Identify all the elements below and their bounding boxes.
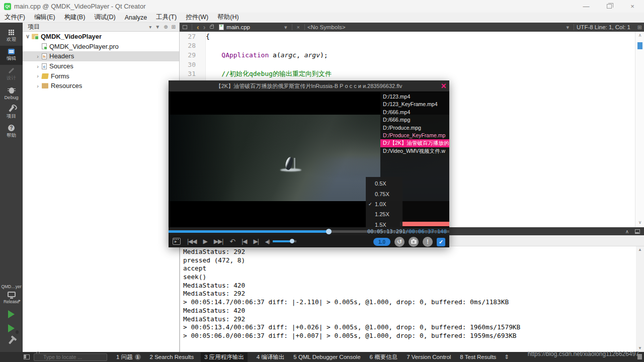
close-document-icon[interactable]: × — [297, 24, 300, 30]
volume-slider[interactable] — [273, 240, 296, 242]
output-scrollbar[interactable]: ▲ ▼ — [636, 246, 644, 352]
tree-item-forms[interactable]: › Forms — [23, 71, 179, 81]
nav-forward-icon[interactable]: › — [203, 23, 206, 31]
speed-option[interactable]: 0.75X — [366, 189, 403, 199]
mode-debug[interactable]: Debug — [0, 84, 23, 103]
previous-button[interactable]: |◀◀ — [187, 238, 197, 245]
step-back-button[interactable]: |◀ — [242, 238, 247, 245]
lock-icon[interactable] — [210, 26, 214, 29]
tab-search-results[interactable]: 2 Search Results — [150, 354, 194, 360]
step-forward-button[interactable]: ▶| — [253, 238, 258, 245]
playlist-item[interactable]: D:/Produce.mpg — [380, 124, 449, 132]
mode-edit[interactable]: 编辑 — [0, 46, 23, 65]
speed-option[interactable]: 0.5X — [366, 178, 403, 189]
tree-item-pro-file[interactable]: QMDK_VideoPlayer.pro — [23, 42, 179, 52]
tree-item-resources[interactable]: › Resources — [23, 81, 179, 91]
speed-option-selected[interactable]: ✓1.0X — [366, 199, 403, 209]
menu-debug[interactable]: 调试(D) — [90, 13, 120, 23]
menu-file[interactable]: 文件(F) — [0, 13, 30, 23]
tab-application-output[interactable]: 3 应用程序输出 — [201, 352, 248, 362]
playlist-item-selected[interactable]: D:/【2K】油管破百万播放的 — [380, 139, 449, 147]
dock-icon[interactable] — [183, 25, 187, 29]
filter-icon[interactable]: ▼ — [155, 24, 160, 30]
kit-selector[interactable]: QMD…yer ▸ Release — [0, 284, 23, 344]
player-titlebar[interactable]: 【2K】油管破百万播放的俄罗斯宣传片InRussia-В Р о с с и и… — [169, 80, 449, 92]
chevron-right-icon[interactable]: › — [35, 63, 41, 69]
tab-version-control[interactable]: 7 Version Control — [407, 354, 451, 360]
tree-item-project-root[interactable]: ∨ QMDK_VideoPlayer — [23, 32, 179, 42]
run-button[interactable] — [8, 310, 15, 318]
maximize-pane-icon[interactable] — [635, 229, 640, 234]
toggle-sidebar-icon[interactable] — [24, 354, 30, 359]
build-hammer-button[interactable] — [8, 337, 14, 344]
speed-option[interactable]: 1.25X — [366, 209, 403, 219]
nav-back-icon[interactable]: ‹ — [197, 23, 199, 31]
clip-list-button[interactable] — [173, 238, 181, 245]
tab-compile-output[interactable]: 4 编译输出 — [257, 353, 285, 361]
player-close-icon[interactable]: × — [441, 80, 446, 92]
rotate-button[interactable]: ↺ — [394, 237, 405, 247]
menu-help[interactable]: 帮助(H) — [213, 13, 243, 23]
chevron-right-icon[interactable]: › — [35, 53, 41, 59]
replay-button[interactable]: ↶ — [229, 237, 235, 245]
panel-dropdown-icon[interactable]: ▾ — [149, 24, 151, 30]
volume-icon[interactable]: ◀) — [265, 239, 270, 244]
speed-option[interactable]: 1.5X — [366, 220, 403, 227]
playlist-item[interactable]: D:/666.mp4 — [380, 109, 449, 116]
enabled-checkbox[interactable]: ✓ — [437, 238, 445, 246]
debug-run-button[interactable] — [8, 324, 15, 332]
menu-edit[interactable]: 编辑(E) — [30, 13, 60, 23]
snapshot-button[interactable] — [409, 237, 419, 247]
encoding-dropdown-icon[interactable]: ▾ — [567, 24, 570, 31]
next-button[interactable]: ▶▶| — [214, 238, 223, 245]
tab-issues[interactable]: 1 问题1 — [116, 353, 141, 361]
scroll-down-icon[interactable]: ▼ — [636, 346, 644, 350]
seek-handle[interactable] — [326, 229, 332, 234]
menu-build[interactable]: 构建(B) — [60, 13, 90, 23]
speed-badge-button[interactable]: 1.0 — [373, 238, 390, 246]
info-button[interactable]: ! — [423, 237, 433, 247]
chevron-down-icon[interactable]: ∨ — [25, 33, 31, 40]
editor-scrollbar[interactable]: ∧ ∨ — [635, 32, 644, 227]
scroll-up-icon[interactable]: ∧ — [635, 33, 644, 38]
split-editor-icon[interactable]: ⊞ — [637, 24, 642, 31]
menu-analyze[interactable]: Analyze — [120, 13, 151, 23]
sync-icon[interactable]: ⊕ — [164, 24, 168, 30]
playlist-item[interactable]: D:/123.mp4 — [380, 93, 449, 101]
video-area[interactable]: D:/123.mp4 D:/123_KeyFrame.mp4 D:/666.mp… — [169, 92, 449, 227]
mode-projects[interactable]: 项目 — [0, 103, 23, 122]
tree-item-sources[interactable]: › c Sources — [23, 61, 179, 71]
split-panel-icon[interactable]: ⊞ — [172, 24, 176, 30]
maximize-button[interactable] — [598, 0, 621, 13]
menu-window[interactable]: 控件(W) — [181, 13, 213, 23]
tab-qml-debugger[interactable]: 5 QML Debugger Console — [293, 354, 360, 360]
tab-summary[interactable]: 6 概要信息 — [370, 353, 398, 361]
scrollbar-thumb[interactable] — [637, 42, 642, 49]
forms-icon — [41, 73, 49, 79]
play-button[interactable]: ▶ — [203, 238, 207, 245]
seek-bar[interactable]: 00:05:13:291/00:06:37:148 — [169, 227, 449, 235]
volume-handle[interactable] — [290, 239, 294, 243]
close-button[interactable]: × — [621, 0, 644, 13]
chevron-right-icon[interactable]: › — [35, 73, 41, 79]
tree-item-headers[interactable]: › h Headers — [23, 51, 179, 61]
symbols-dropdown[interactable]: <No Symbols> — [307, 24, 345, 30]
collapse-pane-icon[interactable]: ∧ — [625, 229, 629, 234]
pane-updown-icon[interactable]: ⇕ — [504, 353, 509, 360]
playlist-item[interactable]: D:/123_KeyFrame.mp4 — [380, 101, 449, 108]
application-output[interactable]: MediaStatus: 292 pressed (472, 8) accept… — [180, 246, 644, 352]
open-file-name[interactable]: main.cpp — [226, 24, 250, 30]
scroll-down-icon[interactable]: ∨ — [635, 220, 644, 225]
mode-welcome[interactable]: 欢迎 — [0, 27, 23, 46]
scroll-up-icon[interactable]: ▲ — [636, 247, 644, 252]
chevron-right-icon[interactable]: › — [35, 83, 41, 89]
playlist-item[interactable]: D:/Produce_KeyFrame.mp — [380, 132, 449, 139]
minimize-button[interactable]: — — [575, 0, 598, 13]
tab-test-results[interactable]: 8 Test Results — [460, 354, 496, 360]
menu-tools[interactable]: 工具(T) — [151, 13, 181, 23]
file-dropdown-icon[interactable]: ▾ — [284, 24, 287, 31]
playlist-item[interactable]: D:/Video_WMV视频文件.w — [380, 147, 449, 155]
locator-input[interactable] — [34, 353, 107, 361]
mode-help[interactable]: ? 帮助 — [0, 122, 23, 141]
playlist-item[interactable]: D:/666.mpg — [380, 116, 449, 124]
